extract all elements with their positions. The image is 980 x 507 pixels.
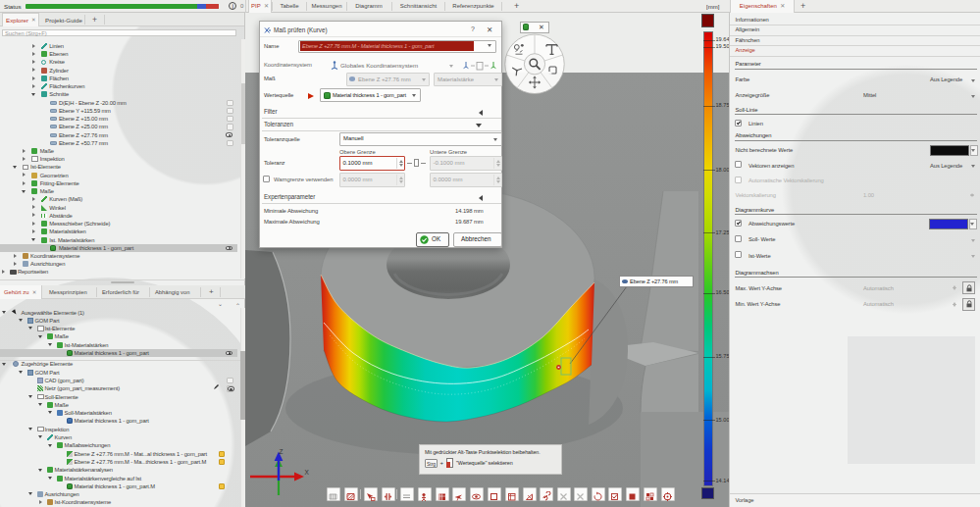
svg-text:Z: Z bbox=[280, 448, 284, 455]
svg-text:X: X bbox=[305, 469, 310, 476]
